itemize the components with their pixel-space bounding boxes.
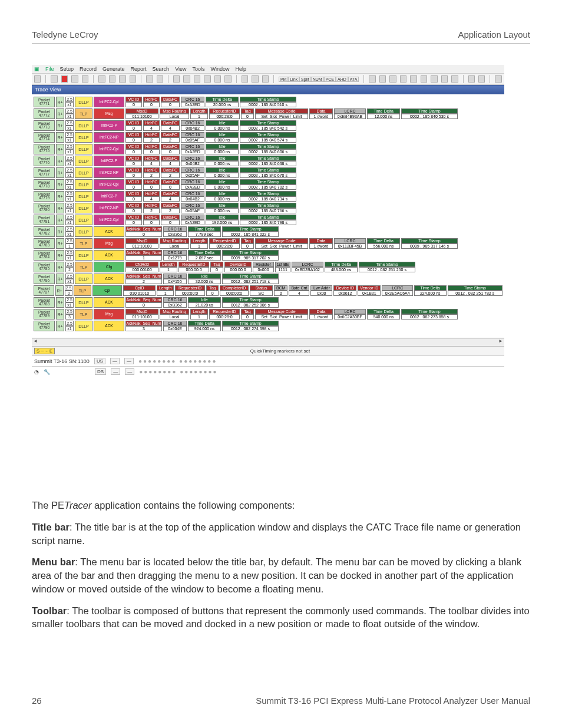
- packet-row[interactable]: Packet47783 R+ 2.51 TLP Msg MsgD011:1010…: [34, 238, 503, 249]
- header-right: Application Layout: [458, 29, 530, 39]
- opt4-icon[interactable]: [400, 75, 406, 83]
- nav3-icon[interactable]: [262, 75, 269, 83]
- packet-row[interactable]: Packet47785 R+ 2.52 TLP Cfg CfgRd0000:00…: [34, 262, 503, 272]
- packet-row[interactable]: Packet47778R+2.5x1DLLPInitFC2-CplVC ID0H…: [34, 179, 503, 190]
- toolbar-num[interactable]: NUM: [311, 77, 324, 82]
- packet-row[interactable]: Packet47782 R+ 2.5x1 DLLP ACK AckNak_Seq…: [34, 226, 503, 237]
- toolbar-ata[interactable]: ATA: [348, 77, 359, 82]
- horizontal-scrollbar[interactable]: [32, 338, 504, 346]
- packet-row[interactable]: Packet47777R+2.5x1DLLPInitFC2-NPVC ID0Hd…: [34, 167, 503, 178]
- menu-tools[interactable]: Tools: [193, 66, 205, 72]
- opt9-icon[interactable]: [451, 75, 458, 83]
- packet-row[interactable]: Packet47779R+2.5x1DLLPInitFC2-PVC ID0Hdr…: [34, 191, 503, 202]
- search2-icon[interactable]: [183, 75, 190, 83]
- packet-row[interactable]: Packet47787 R+ 2.50 TLP Cpl CplD010:0101…: [34, 285, 503, 296]
- view2-icon[interactable]: [109, 75, 115, 83]
- clock-icon: ◔: [34, 369, 39, 375]
- packet-row[interactable]: Packet47776R+2.5x1DLLPInitFC2-PVC ID0Hdr…: [34, 156, 503, 166]
- stop-icon[interactable]: [71, 75, 78, 83]
- packet-row[interactable]: Packet47774R+2.5x1DLLPInitFC2-NPVC ID0Hd…: [34, 132, 503, 143]
- opt6-icon[interactable]: [421, 75, 427, 83]
- status-bar-ds: ◔ 🔧 DS — — ●●●●●●●● ●●●●●●●●: [32, 366, 504, 377]
- packet-row[interactable]: Packet47771R+2.5x1DLLPInitFC2-CplVC ID0H…: [34, 97, 503, 107]
- packet-row[interactable]: Packet47784 R+ 2.5x1 DLLP ACK AckNak_Seq…: [34, 250, 503, 261]
- menu-file[interactable]: File: [45, 66, 54, 72]
- view3-icon[interactable]: [119, 75, 125, 83]
- toolbar-pkt[interactable]: Pkt: [279, 77, 288, 82]
- toolbar[interactable]: PktLinkSplitNUMPCEAHDATA: [32, 74, 504, 85]
- packet-row[interactable]: Packet47790 R+ 2.5x1 DLLP ACK AckNak_Seq…: [34, 321, 503, 331]
- packet-row[interactable]: Packet47780R+2.5x1DLLPInitFC2-NPVC ID0Hd…: [34, 203, 503, 213]
- toolbar-pce[interactable]: PCE: [324, 77, 336, 82]
- record-icon[interactable]: [61, 75, 68, 83]
- packet-row[interactable]: Packet47786 R+ 2.5x1 DLLP ACK AckNak_Seq…: [34, 274, 503, 284]
- zoom-out-icon[interactable]: [157, 75, 163, 83]
- open-icon[interactable]: [34, 75, 41, 83]
- us-label: US: [94, 358, 105, 364]
- menu-help[interactable]: Help: [236, 66, 247, 72]
- marker1-icon[interactable]: [194, 75, 200, 83]
- status-bar-us: Summit T3-16 SN:1100 US — — ●●●●●●●● ●●●…: [32, 355, 504, 366]
- menu-setup[interactable]: Setup: [60, 66, 74, 72]
- packet-row[interactable]: Packet47772 R+ 2.5x1 TLP Msg MsgD011:101…: [34, 108, 503, 119]
- trace-body: Packet47771R+2.5x1DLLPInitFC2-CplVC ID0H…: [32, 94, 504, 338]
- body-text: The PETracer application contains the fo…: [32, 499, 530, 631]
- se-chip[interactable]: S ─→ E: [34, 348, 55, 354]
- packet-row[interactable]: Packet47773R+2.5x1DLLPInitFC2-PVC ID0Hdr…: [34, 120, 503, 131]
- footer-title: Summit T3-16 PCI Express Multi-Lane Prot…: [256, 696, 530, 706]
- nav1-icon[interactable]: [242, 75, 248, 83]
- packet-row[interactable]: Packet47781R+2.5x1DLLPInitFC2-CplVC ID0H…: [34, 215, 503, 225]
- wrench-icon: 🔧: [44, 369, 50, 375]
- opt1-icon[interactable]: [369, 75, 375, 83]
- trace-view-header: Trace View: [32, 85, 504, 94]
- opt7-icon[interactable]: [431, 75, 437, 83]
- page-header: Teledyne LeCroy Application Layout: [32, 29, 530, 44]
- marker2-icon[interactable]: [204, 75, 210, 83]
- opt8-icon[interactable]: [441, 75, 448, 83]
- menu-window[interactable]: Window: [211, 66, 230, 72]
- view1-icon[interactable]: [98, 75, 105, 83]
- device-name: Summit T3-16 SN:1100: [34, 358, 90, 364]
- lane-leds: ●●●●●●●● ●●●●●●●●: [139, 368, 217, 375]
- packet-row[interactable]: Packet47775R+2.5x1DLLPInitFC2-CplVC ID0H…: [34, 144, 503, 154]
- page-number: 26: [32, 696, 42, 706]
- quick-timing-msg: QuickTiming markers not set: [58, 348, 502, 354]
- view4-icon[interactable]: [130, 75, 136, 83]
- marker3-icon[interactable]: [214, 75, 221, 83]
- nav2-icon[interactable]: [252, 75, 258, 83]
- opt2-icon[interactable]: [379, 75, 386, 83]
- menu-generate[interactable]: Generate: [103, 66, 125, 72]
- toolbar-link[interactable]: Link: [288, 77, 299, 82]
- menu-bar[interactable]: ▣ FileSetupRecordGenerateReportSearchVie…: [32, 65, 504, 74]
- opt5-icon[interactable]: [410, 75, 416, 83]
- generate-icon[interactable]: [82, 75, 88, 83]
- opt10-icon[interactable]: [468, 75, 475, 83]
- zoom-in-icon[interactable]: [146, 75, 153, 83]
- menu-view[interactable]: View: [175, 66, 186, 72]
- lane-leds: ●●●●●●●● ●●●●●●●●: [138, 358, 217, 364]
- opt3-icon[interactable]: [389, 75, 396, 83]
- marker4-icon[interactable]: [224, 75, 231, 83]
- menu-search[interactable]: Search: [153, 66, 170, 72]
- app-screenshot: ▣ FileSetupRecordGenerateReportSearchVie…: [32, 65, 504, 477]
- page-footer: 26 Summit T3-16 PCI Express Multi-Lane P…: [32, 696, 530, 706]
- packet-row[interactable]: Packet47788 R+ 2.5x1 DLLP ACK AckNak_Seq…: [34, 297, 503, 308]
- header-left: Teledyne LeCroy: [32, 29, 98, 39]
- setup-icon[interactable]: [51, 75, 57, 83]
- opt12-icon[interactable]: [495, 75, 501, 83]
- ds-label: DS: [95, 368, 106, 375]
- menu-report[interactable]: Report: [131, 66, 147, 72]
- opt11-icon[interactable]: [478, 75, 485, 83]
- quick-timing-bar: S ─→ E QuickTiming markers not set: [32, 346, 504, 355]
- app-icon: ▣: [34, 66, 39, 72]
- toolbar-split[interactable]: Split: [299, 77, 311, 82]
- packet-row[interactable]: Packet47789 R+ 2.53 TLP Msg MsgD011:1010…: [34, 309, 503, 319]
- search-icon[interactable]: [173, 75, 180, 83]
- menu-record[interactable]: Record: [80, 66, 97, 72]
- toolbar-ahd[interactable]: AHD: [336, 77, 348, 82]
